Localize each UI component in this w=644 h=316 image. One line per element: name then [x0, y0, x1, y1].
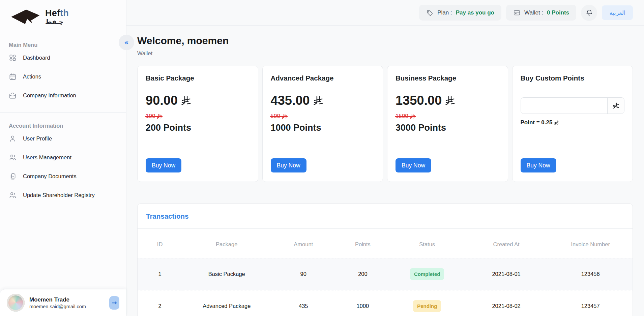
language-switch-button[interactable]: العربية: [602, 5, 633, 20]
sidebar-collapse-button[interactable]: [119, 35, 134, 50]
currency-addon: [607, 98, 624, 114]
column-header-points: Points: [335, 229, 390, 258]
cell-id: 1: [138, 258, 182, 290]
transactions-table: ID Package Amount Points Status Created …: [138, 229, 633, 316]
logout-arrow-button[interactable]: [109, 296, 119, 310]
sidebar-item-company-documents[interactable]: Company Documents: [0, 167, 126, 186]
bell-icon: [585, 9, 593, 17]
package-points: 3000 Points: [396, 123, 500, 133]
cell-invoice: 123457: [548, 290, 633, 316]
riyal-currency-icon: [157, 114, 162, 119]
tag-icon: [426, 9, 434, 17]
package-old-price: 100: [146, 113, 162, 120]
status-badge: Pending: [413, 300, 441, 312]
column-header-package: Package: [182, 229, 271, 258]
users-icon: [9, 191, 17, 199]
package-price: 435.00: [271, 93, 375, 108]
package-title: Basic Package: [146, 74, 250, 82]
custom-points-input[interactable]: [521, 98, 608, 114]
package-title: Business Package: [396, 74, 500, 82]
cell-package: Advanced Package: [182, 290, 271, 316]
wallet-pill: Wallet : 0 Points: [506, 5, 576, 21]
buy-now-button-business[interactable]: Buy Now: [396, 158, 431, 172]
riyal-currency-icon: [554, 120, 559, 125]
main-content: Welcome, moemen Wallet Basic Package 90.…: [126, 26, 644, 316]
column-header-invoice-number: Invoice Number: [548, 229, 633, 258]
cell-created-at: 2021-08-01: [464, 258, 549, 290]
brand-logo-icon: [10, 8, 41, 26]
page-subtitle: Wallet: [137, 50, 633, 57]
wallet-value: 0 Points: [547, 9, 569, 16]
documents-icon: [9, 172, 17, 180]
sidebar-section-account-information: Account Information: [0, 123, 126, 129]
riyal-currency-icon: [445, 96, 455, 105]
sidebar-item-dashboard[interactable]: Dashboard: [0, 48, 126, 67]
custom-points-title: Buy Custom Points: [521, 74, 625, 82]
package-price: 1350.00: [396, 93, 500, 108]
riyal-currency-icon: [613, 102, 619, 109]
brand-logo[interactable]: Hefth حِـفظ: [0, 0, 126, 32]
table-row: 2 Advanced Package 435 1000 Pending 2021…: [138, 290, 633, 316]
table-row: 1 Basic Package 90 200 Completed 2021-08…: [138, 258, 633, 290]
user-name: Moemen Trade: [29, 296, 86, 303]
cell-package: Basic Package: [182, 258, 271, 290]
package-old-price: 500: [271, 113, 287, 120]
cell-points: 200: [335, 258, 390, 290]
package-old-price: 1500: [396, 113, 415, 120]
cell-amount: 435: [271, 290, 335, 316]
cell-id: 2: [138, 290, 182, 316]
buy-now-button-basic[interactable]: Buy Now: [146, 158, 181, 172]
cell-amount: 90: [271, 258, 335, 290]
avatar: [7, 294, 25, 312]
sidebar-divider: [0, 112, 126, 113]
column-header-created-at: Created At: [464, 229, 549, 258]
sidebar-item-company-information[interactable]: Company Information: [0, 86, 126, 105]
custom-points-input-group: [521, 97, 625, 114]
page-title: Welcome, moemen: [137, 35, 633, 46]
cell-status: Completed: [390, 258, 464, 290]
sidebar-item-label: Company Information: [23, 92, 76, 99]
cell-status: Pending: [390, 290, 464, 316]
briefcase-icon: [9, 92, 17, 99]
transactions-title: Transactions: [138, 204, 633, 229]
user-icon: [9, 135, 17, 143]
user-identity: Moemen Trade moemen.said@gmail.com: [29, 296, 86, 309]
sidebar-item-label: Update Shareholder Registry: [23, 192, 95, 198]
credit-card-icon: [513, 9, 521, 17]
column-header-amount: Amount: [271, 229, 335, 258]
buy-now-button-advanced[interactable]: Buy Now: [271, 158, 306, 172]
sidebar-item-users-management[interactable]: Users Management: [0, 148, 126, 167]
column-header-status: Status: [390, 229, 464, 258]
package-card-business: Business Package 1350.00 1500 3000 Point…: [387, 66, 508, 182]
package-cards: Basic Package 90.00 100 200 Points Buy N…: [137, 66, 633, 182]
package-price: 90.00: [146, 93, 250, 108]
sidebar-item-actions[interactable]: Actions: [0, 67, 126, 86]
buy-now-button-custom[interactable]: Buy Now: [521, 158, 556, 172]
plan-pill: Plan : Pay as you go: [419, 5, 501, 21]
cell-invoice: 123456: [548, 258, 633, 290]
package-title: Advanced Package: [271, 74, 375, 82]
sidebar-item-label: Company Documents: [23, 173, 77, 180]
table-header-row: ID Package Amount Points Status Created …: [138, 229, 633, 258]
user-card[interactable]: Moemen Trade moemen.said@gmail.com: [0, 289, 126, 316]
brand-name-dark: Hef: [45, 8, 60, 18]
package-points: 200 Points: [146, 123, 250, 133]
brand-name-arabic: حِـفظ: [45, 19, 69, 25]
sidebar-item-label: Users Management: [23, 154, 71, 161]
notifications-button[interactable]: [581, 5, 597, 21]
topbar: Plan : Pay as you go Wallet : 0 Points ا…: [126, 0, 644, 26]
buy-custom-points-card: Buy Custom Points Point = 0.25 Buy Now: [512, 66, 633, 182]
sidebar-item-user-profile[interactable]: User Profile: [0, 129, 126, 148]
transactions-card: Transactions ID Package Amount Points St…: [137, 203, 633, 316]
package-points: 1000 Points: [271, 123, 375, 133]
wallet-label: Wallet :: [524, 9, 543, 16]
plan-label: Plan :: [437, 9, 452, 16]
sidebar-item-label: Dashboard: [23, 55, 50, 61]
status-badge: Completed: [410, 268, 444, 280]
sidebar-item-update-shareholder-registry[interactable]: Update Shareholder Registry: [0, 186, 126, 204]
package-card-basic: Basic Package 90.00 100 200 Points Buy N…: [137, 66, 258, 182]
sidebar-item-label: Actions: [23, 73, 41, 80]
riyal-currency-icon: [313, 96, 323, 105]
users-icon: [9, 154, 17, 161]
cell-points: 1000: [335, 290, 390, 316]
